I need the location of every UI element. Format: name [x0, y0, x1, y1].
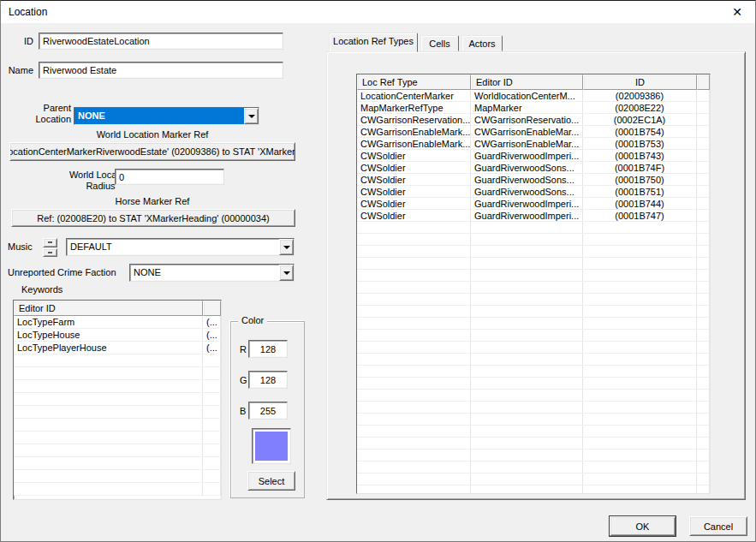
tab-actors[interactable]: Actors [461, 35, 503, 51]
ref-row[interactable]: CWGarrisonReservation...CWGarrisonReserv… [357, 114, 710, 126]
keyword-row[interactable] [14, 367, 221, 380]
ref-row[interactable]: MapMarkerRefTypeMapMarker(02008E22) [357, 102, 710, 114]
chevron-down-icon[interactable] [279, 239, 294, 255]
ref-row-cell [583, 330, 697, 341]
ref-header-editor-id[interactable]: Editor ID [471, 74, 583, 90]
ref-row[interactable]: CWGarrisonEnableMark...CWGarrisonEnableM… [357, 126, 710, 138]
ref-row[interactable] [357, 426, 710, 438]
keyword-row[interactable] [14, 432, 221, 444]
ref-row[interactable]: LocationCenterMarkerWorldlocationCenterM… [357, 90, 710, 102]
keyword-row[interactable] [14, 457, 221, 470]
keyword-row[interactable] [14, 406, 221, 419]
g-field[interactable] [248, 371, 288, 389]
keyword-row[interactable] [14, 444, 221, 457]
ref-row[interactable] [357, 246, 710, 258]
keyword-row[interactable]: LocTypeHouse(... [14, 329, 221, 342]
keyword-row[interactable] [14, 354, 221, 367]
tab-cells[interactable]: Cells [420, 35, 459, 51]
music-spinner[interactable] [43, 238, 57, 257]
ref-row-cell [583, 378, 697, 389]
ref-row[interactable] [357, 318, 710, 330]
ref-row[interactable] [357, 450, 710, 462]
r-field[interactable] [248, 340, 288, 358]
world-marker-ref-button[interactable]: ocationCenterMarkerRiverwoodEstate' (020… [9, 142, 295, 161]
ref-row-cell [583, 402, 697, 413]
ref-header-id[interactable]: ID [583, 74, 697, 90]
color-select-button[interactable]: Select [247, 471, 295, 491]
ref-row-cell [583, 450, 697, 461]
horse-marker-ref-button[interactable]: Ref: (02008E20) to STAT 'XMarkerHeading'… [11, 209, 295, 227]
ref-row-cell: (0001B754) [583, 126, 697, 137]
keyword-row[interactable] [14, 483, 221, 496]
chevron-down-icon[interactable] [279, 265, 294, 281]
ref-row-cell [357, 414, 471, 425]
music-dropdown[interactable]: DEFAULT [66, 238, 295, 256]
ref-row[interactable]: CWSoldierGuardRiverwoodImperi...(0001B74… [357, 150, 710, 162]
ref-row[interactable]: CWSoldierGuardRiverwoodSons...(0001B74F) [357, 162, 710, 174]
ref-row[interactable] [357, 330, 710, 342]
tab-location-ref-types[interactable]: Location Ref Types [329, 33, 418, 52]
ref-row-cell: CWGarrisonReservatio... [471, 114, 583, 125]
close-icon[interactable]: ✕ [728, 3, 747, 21]
ref-row-cell [357, 294, 471, 305]
ref-row[interactable] [357, 402, 710, 414]
keyword-row[interactable] [14, 393, 221, 406]
keywords-header-extra[interactable] [203, 301, 221, 316]
keyword-row[interactable] [14, 380, 221, 393]
keywords-header-editor-id[interactable]: Editor ID [14, 301, 203, 316]
keyword-row-cell: (... [203, 342, 221, 354]
ref-row[interactable] [357, 270, 710, 282]
ref-row[interactable]: CWSoldierGuardRiverwoodImperi...(0001B74… [357, 198, 710, 210]
ref-row[interactable] [357, 234, 710, 246]
ref-row[interactable] [357, 294, 710, 306]
ref-row[interactable] [357, 342, 710, 354]
ref-row[interactable] [357, 462, 710, 474]
keyword-row[interactable] [14, 470, 221, 483]
ref-row[interactable]: CWSoldierGuardRiverwoodImperi...(0001B74… [357, 210, 710, 222]
spinner-up-icon[interactable] [43, 238, 57, 247]
ok-button[interactable]: OK [610, 516, 676, 536]
ref-row[interactable] [357, 366, 710, 378]
keyword-row[interactable]: LocTypeFarm(... [14, 316, 221, 329]
name-field[interactable] [39, 62, 283, 79]
ref-row[interactable] [357, 354, 710, 366]
ref-row[interactable]: CWGarrisonEnableMark...CWGarrisonEnableM… [357, 138, 710, 150]
ref-header-loc-ref-type[interactable]: Loc Ref Type [357, 74, 471, 90]
ref-row[interactable]: CWSoldierGuardRiverwoodSons...(0001B750) [357, 174, 710, 186]
keyword-row[interactable]: LocTypePlayerHouse(... [14, 342, 221, 354]
ref-list[interactable]: Loc Ref Type Editor ID ID LocationCenter… [356, 74, 711, 494]
ref-row[interactable] [357, 306, 710, 318]
ref-row-cell [697, 378, 710, 389]
ref-row[interactable] [357, 222, 710, 234]
b-field[interactable] [248, 402, 288, 420]
ref-row-cell [357, 234, 471, 245]
keyword-row[interactable] [14, 419, 221, 432]
ref-row-cell [471, 222, 583, 233]
parent-location-dropdown[interactable]: NONE [74, 107, 259, 125]
keywords-list[interactable]: Editor ID LocTypeFarm(...LocTypeHouse(..… [13, 300, 222, 500]
ref-row[interactable] [357, 438, 710, 450]
ref-row[interactable] [357, 258, 710, 270]
chevron-down-icon[interactable] [244, 108, 259, 124]
ref-list-header[interactable]: Loc Ref Type Editor ID ID [357, 74, 710, 90]
ref-row-cell: (0002EC1A) [583, 114, 697, 125]
ref-row[interactable] [357, 414, 710, 426]
ref-row[interactable] [357, 474, 710, 485]
ref-row-cell [357, 342, 471, 353]
spinner-down-icon[interactable] [43, 248, 57, 258]
ref-row[interactable] [357, 378, 710, 390]
ref-row[interactable] [357, 390, 710, 402]
ref-row-cell [697, 294, 710, 305]
ref-row-cell: CWSoldier [357, 174, 471, 185]
ref-row-cell [583, 414, 697, 425]
id-field[interactable] [39, 33, 283, 50]
ref-header-extra[interactable] [697, 74, 710, 90]
keywords-header[interactable]: Editor ID [14, 301, 221, 316]
ref-row[interactable] [357, 282, 710, 294]
cancel-button[interactable]: Cancel [689, 516, 747, 536]
music-label: Music [8, 241, 33, 252]
world-radius-field[interactable] [115, 169, 224, 185]
ref-row[interactable] [357, 485, 710, 494]
ref-row[interactable]: CWSoldierGuardRiverwoodSons...(0001B751) [357, 186, 710, 198]
crime-faction-dropdown[interactable]: NONE [129, 264, 295, 282]
